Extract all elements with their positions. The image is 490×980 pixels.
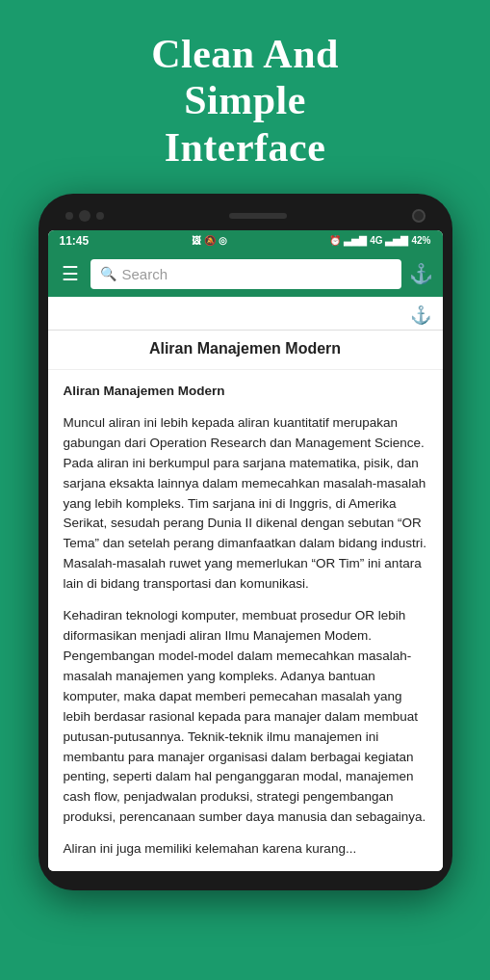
content-area: ⚓ Aliran Manajemen Modern Aliran Manajem… [48,297,443,871]
network-type: 4G [370,235,382,246]
app-bar: ☰ 🔍 Search ⚓ [48,252,443,297]
article-paragraph2: Kehadiran teknologi komputer, membuat pr… [64,606,427,828]
content-top-bar: ⚓ [48,297,443,331]
status-icons-left: 🖼 🔕 ◎ [192,235,227,246]
header-line1: Clean And [151,32,339,76]
header-line2: Simple Interface [165,78,326,169]
bookmark-header-icon[interactable]: ⚓ [409,262,433,285]
signal-bars: ▃▅▇ [344,235,367,246]
phone-body: 11:45 🖼 🔕 ◎ ⏰ ▃▅▇ 4G ▃▅▇ 42% ☰ 🔍 [39,194,452,890]
camera-dots [65,210,104,222]
search-icon: 🔍 [100,266,116,282]
article-title: Aliran Manajemen Modern [48,331,443,370]
status-time: 11:45 [60,234,90,248]
location-status-icon: ◎ [219,235,227,246]
battery-text: 42% [411,235,430,246]
status-right: ⏰ ▃▅▇ 4G ▃▅▇ 42% [329,235,430,246]
article-paragraph3: Aliran ini juga memiliki kelemahan karen… [64,839,427,860]
phone-screen: 11:45 🖼 🔕 ◎ ⏰ ▃▅▇ 4G ▃▅▇ 42% ☰ 🔍 [48,230,443,871]
phone-mockup: 11:45 🖼 🔕 ◎ ⏰ ▃▅▇ 4G ▃▅▇ 42% ☰ 🔍 [0,194,490,890]
article-body: Aliran Manajemen Modern Muncul aliran in… [48,370,443,871]
speaker [229,213,287,219]
header-area: Clean And Simple Interface [0,0,490,194]
front-camera [412,209,426,223]
search-placeholder-text: Search [122,266,168,282]
header-title: Clean And Simple Interface [48,13,442,184]
search-input-box[interactable]: 🔍 Search [90,259,401,289]
dot2 [79,210,90,222]
mute-status-icon: 🔕 [204,235,216,246]
article-bold-heading: Aliran Manajemen Modern [64,384,225,398]
alarm-icon: ⏰ [329,235,341,246]
dot1 [65,212,73,220]
camera-status-icon: 🖼 [192,235,201,246]
signal-bars2: ▃▅▇ [385,235,408,246]
status-bar: 11:45 🖼 🔕 ◎ ⏰ ▃▅▇ 4G ▃▅▇ 42% [48,230,443,252]
dot3 [96,212,104,220]
hamburger-menu-icon[interactable]: ☰ [58,260,83,287]
article-paragraph1: Muncul aliran ini lebih kepada aliran ku… [64,413,427,595]
bookmark-content-icon[interactable]: ⚓ [410,305,431,326]
phone-top-hardware [46,205,445,230]
